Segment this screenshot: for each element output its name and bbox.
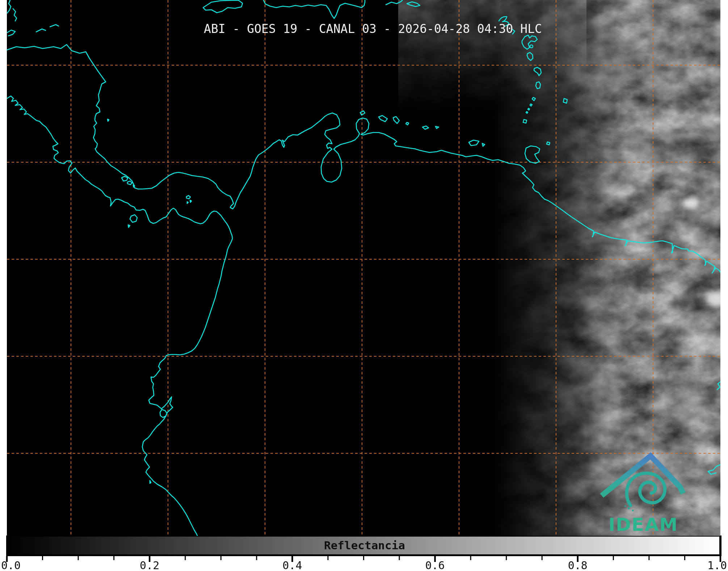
- colorbar-minor-tick: [470, 556, 471, 560]
- satellite-figure: ABI - GOES 19 - CANAL 03 - 2026-04-28 04…: [0, 0, 728, 571]
- colorbar-minor-tick: [648, 556, 649, 560]
- colorbar-minor-tick: [327, 556, 328, 560]
- colorbar-minor-tick: [42, 556, 43, 560]
- colorbar-minor-tick: [684, 556, 685, 560]
- colorbar-minor-tick: [185, 556, 186, 560]
- colorbar-minor-tick: [399, 556, 400, 560]
- colorbar-minor-tick: [113, 556, 114, 560]
- logo-text: IDEAM: [609, 514, 678, 535]
- colorbar-tick-label: 0.4: [282, 559, 302, 571]
- colorbar-label: Reflectancia: [324, 539, 405, 552]
- colorbar-left-spine: [6, 536, 8, 556]
- colorbar-minor-tick: [506, 556, 507, 560]
- colorbar-minor-tick: [78, 556, 79, 560]
- colorbar-tick-label: 0.2: [140, 559, 159, 571]
- colorbar-minor-tick: [542, 556, 543, 560]
- colorbar-minor-tick: [363, 556, 364, 560]
- colorbar-tick-label: 0.6: [425, 559, 445, 571]
- colorbar-minor-tick: [220, 556, 222, 560]
- colorbar-axis-line: [6, 554, 721, 556]
- bright-cloud-spot: [683, 198, 699, 209]
- colorbar-tick-label: 0.8: [568, 559, 588, 571]
- image-title: ABI - GOES 19 - CANAL 03 - 2026-04-28 04…: [204, 22, 542, 36]
- colorbar-tick-label: 0.0: [1, 559, 21, 571]
- colorbar-right-spine: [720, 536, 721, 556]
- colorbar-minor-tick: [256, 556, 257, 560]
- colorbar-tick-label: 1.0: [707, 559, 727, 571]
- colorbar-minor-tick: [613, 556, 614, 560]
